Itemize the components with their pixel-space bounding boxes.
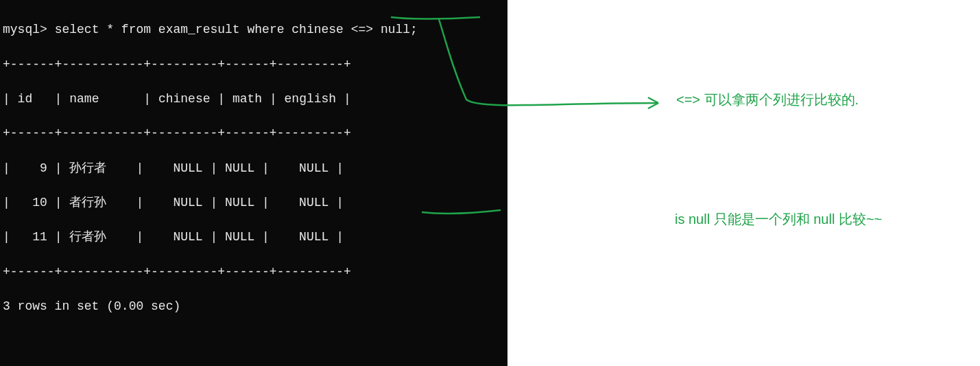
table1-bottom-border: +------+-----------+---------+------+---… — [3, 264, 505, 281]
td: 11 — [32, 230, 47, 244]
table1-top-border: +------+-----------+---------+------+---… — [3, 56, 505, 73]
table1-row-0: | 9 | 孙行者 | NULL | NULL | NULL | — [3, 160, 505, 177]
blank-line — [3, 333, 505, 350]
td: 行者孙 — [69, 230, 106, 244]
td: NULL — [173, 196, 202, 209]
th-name: name — [69, 92, 99, 106]
sql-query-1: select * from exam_result where chinese … — [55, 23, 418, 36]
td: 孙行者 — [69, 161, 106, 175]
annotation-2: is null 只能是一个列和 null 比较~~ — [675, 210, 882, 229]
prompt: mysql> — [3, 23, 55, 36]
th-chinese: chinese — [158, 92, 211, 106]
query1-line: mysql> select * from exam_result where c… — [3, 21, 505, 38]
td: 10 — [32, 196, 47, 209]
td: NULL — [225, 196, 254, 209]
mysql-terminal: mysql> select * from exam_result where c… — [0, 0, 507, 366]
query1-status: 3 rows in set (0.00 sec) — [3, 298, 505, 315]
table1-row-2: | 11 | 行者孙 | NULL | NULL | NULL | — [3, 229, 505, 246]
annotation-1: <=> 可以拿两个列进行比较的. — [676, 91, 859, 109]
td: NULL — [225, 161, 254, 175]
td: NULL — [299, 161, 328, 175]
td: NULL — [225, 230, 254, 244]
table1-row-1: | 10 | 者行孙 | NULL | NULL | NULL | — [3, 194, 505, 211]
annotations-area: <=> 可以拿两个列进行比较的. is null 只能是一个列和 null 比较… — [507, 0, 974, 366]
td: 者行孙 — [69, 196, 106, 209]
table1-header: | id | name | chinese | math | english | — [3, 91, 505, 108]
th-math: math — [232, 92, 262, 106]
th-english: english — [285, 92, 337, 106]
table1-mid-border: +------+-----------+---------+------+---… — [3, 125, 505, 142]
th-id: id — [18, 92, 33, 106]
td: NULL — [299, 196, 328, 209]
td: NULL — [173, 161, 202, 175]
td: NULL — [173, 230, 202, 244]
td: 9 — [40, 161, 47, 175]
td: NULL — [299, 230, 328, 244]
